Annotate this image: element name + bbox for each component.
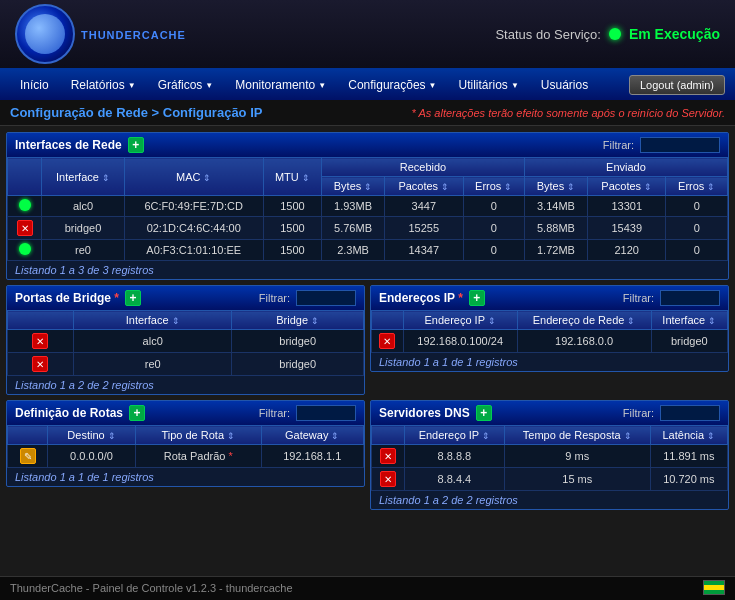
th-tx-bytes: Bytes ⇕	[524, 177, 587, 196]
interfaces-title: Interfaces de Rede	[15, 138, 122, 152]
routes-section: Definição de Rotas + Filtrar: Destino ⇕ …	[6, 400, 365, 487]
status-label: Status do Serviço:	[495, 27, 601, 42]
routes-filter-input[interactable]	[296, 405, 356, 421]
table-row: ✎ 0.0.0.0/0 Rota Padrão * 192.168.1.1	[8, 445, 364, 468]
nav-graficos[interactable]: Gráficos ▼	[148, 73, 224, 97]
dns-response: 9 ms	[504, 445, 650, 468]
interface-tx-errors: 0	[666, 196, 728, 217]
add-bridge-button[interactable]: +	[125, 290, 141, 306]
bridge-listing: Listando 1 a 2 de 2 registros	[7, 376, 364, 394]
footer-text: ThunderCache - Painel de Controle v1.2.3…	[10, 582, 293, 594]
content: Interfaces de Rede + Filtrar: Interface …	[0, 126, 735, 576]
interface-mac: A0:F3:C1:01:10:EE	[124, 240, 263, 261]
add-interface-button[interactable]: +	[128, 137, 144, 153]
interface-name: re0	[42, 240, 124, 261]
brazil-flag-icon	[703, 580, 725, 595]
status-green-icon	[19, 199, 31, 211]
interface-tx-errors: 0	[666, 240, 728, 261]
logout-button[interactable]: Logout (admin)	[629, 75, 725, 95]
bridge-ports-table: Interface ⇕ Bridge ⇕ ✕ alc0 bridge0 ✕ re…	[7, 310, 364, 376]
nav-usuarios[interactable]: Usuários	[531, 73, 598, 97]
bridge-ports-header: Portas de Bridge * + Filtrar:	[7, 286, 364, 310]
delete-icon[interactable]: ✕	[380, 448, 396, 464]
ip-addresses-table: Endereço IP ⇕ Endereço de Rede ⇕ Interfa…	[371, 310, 728, 353]
th-gateway: Gateway ⇕	[261, 426, 364, 445]
dns-listing: Listando 1 a 2 de 2 registros	[371, 491, 728, 509]
th-ip: Endereço IP ⇕	[403, 311, 517, 330]
ip-interface: bridge0	[651, 330, 727, 353]
th-status	[8, 158, 42, 196]
dns-title: Servidores DNS	[379, 406, 470, 420]
interface-mac: 02:1D:C4:6C:44:00	[124, 217, 263, 240]
edit-icon[interactable]: ✎	[20, 448, 36, 464]
bridge-filter-input[interactable]	[296, 290, 356, 306]
nav-utilitarios[interactable]: Utilitários ▼	[449, 73, 529, 97]
th-tx-errors: Erros ⇕	[666, 177, 728, 196]
interface-rx-packets: 3447	[385, 196, 464, 217]
logo-icon	[15, 4, 75, 64]
th-action	[8, 426, 48, 445]
ip-filter-label: Filtrar:	[623, 292, 654, 304]
two-col-row: Portas de Bridge * + Filtrar: Interface …	[6, 285, 729, 400]
table-row: alc0 6C:F0:49:FE:7D:CD 1500 1.93MB 3447 …	[8, 196, 728, 217]
dns-filter-label: Filtrar:	[623, 407, 654, 419]
th-network: Endereço de Rede ⇕	[517, 311, 651, 330]
dns-filter-input[interactable]	[660, 405, 720, 421]
dns-latency: 10.720 ms	[650, 468, 727, 491]
route-destino: 0.0.0.0/0	[48, 445, 136, 468]
bridge-ports-title: Portas de Bridge *	[15, 291, 119, 305]
th-dns-response: Tempo de Resposta ⇕	[504, 426, 650, 445]
breadcrumb-bar: Configuração de Rede > Configuração IP *…	[0, 100, 735, 126]
table-row: re0 A0:F3:C1:01:10:EE 1500 2.3MB 14347 0…	[8, 240, 728, 261]
delete-icon[interactable]: ✕	[379, 333, 395, 349]
th-tx-packets: Pacotes ⇕	[587, 177, 666, 196]
interface-rx-errors: 0	[463, 240, 524, 261]
interface-mtu: 1500	[263, 240, 321, 261]
interface-tx-packets: 15439	[587, 217, 666, 240]
interfaces-filter-input[interactable]	[640, 137, 720, 153]
bp-bridge: bridge0	[232, 353, 364, 376]
dns-table: Endereço IP ⇕ Tempo de Resposta ⇕ Latênc…	[371, 425, 728, 491]
interface-rx-bytes: 5.76MB	[322, 217, 385, 240]
status-indicator	[609, 28, 621, 40]
th-action	[372, 426, 405, 445]
interface-mac: 6C:F0:49:FE:7D:CD	[124, 196, 263, 217]
interface-name: bridge0	[42, 217, 124, 240]
th-rx-errors: Erros ⇕	[463, 177, 524, 196]
delete-icon[interactable]: ✕	[32, 356, 48, 372]
delete-icon[interactable]: ✕	[17, 220, 33, 236]
th-tipo: Tipo de Rota ⇕	[136, 426, 261, 445]
delete-icon[interactable]: ✕	[32, 333, 48, 349]
add-dns-button[interactable]: +	[476, 405, 492, 421]
interface-tx-bytes: 5.88MB	[524, 217, 587, 240]
bridge-filter-label: Filtrar:	[259, 292, 290, 304]
bp-interface: re0	[73, 353, 231, 376]
th-interface: Interface ⇕	[42, 158, 124, 196]
add-route-button[interactable]: +	[129, 405, 145, 421]
interface-rx-errors: 0	[463, 217, 524, 240]
delete-icon[interactable]: ✕	[380, 471, 396, 487]
th-action	[8, 311, 74, 330]
routes-header: Definição de Rotas + Filtrar:	[7, 401, 364, 425]
nav-relatorios[interactable]: Relatórios ▼	[61, 73, 146, 97]
th-rx-bytes: Bytes ⇕	[322, 177, 385, 196]
route-tipo: Rota Padrão *	[136, 445, 261, 468]
header: THUNDERCACHE Status do Serviço: Em Execu…	[0, 0, 735, 70]
breadcrumb: Configuração de Rede > Configuração IP	[10, 105, 262, 120]
interface-tx-bytes: 1.72MB	[524, 240, 587, 261]
footer: ThunderCache - Painel de Controle v1.2.3…	[0, 576, 735, 598]
dns-header: Servidores DNS + Filtrar:	[371, 401, 728, 425]
interface-tx-errors: 0	[666, 217, 728, 240]
nav-inicio[interactable]: Início	[10, 73, 59, 97]
dns-col: Servidores DNS + Filtrar: Endereço IP ⇕ …	[370, 400, 729, 515]
routes-filter-label: Filtrar:	[259, 407, 290, 419]
nav-monitoramento[interactable]: Monitoramento ▼	[225, 73, 336, 97]
ip-filter-input[interactable]	[660, 290, 720, 306]
th-bridge: Bridge ⇕	[232, 311, 364, 330]
dns-latency: 11.891 ms	[650, 445, 727, 468]
th-mtu: MTU ⇕	[263, 158, 321, 196]
th-interface: Interface ⇕	[73, 311, 231, 330]
add-ip-button[interactable]: +	[469, 290, 485, 306]
nav-configuracoes[interactable]: Configurações ▼	[338, 73, 446, 97]
status-value: Em Execução	[629, 26, 720, 42]
